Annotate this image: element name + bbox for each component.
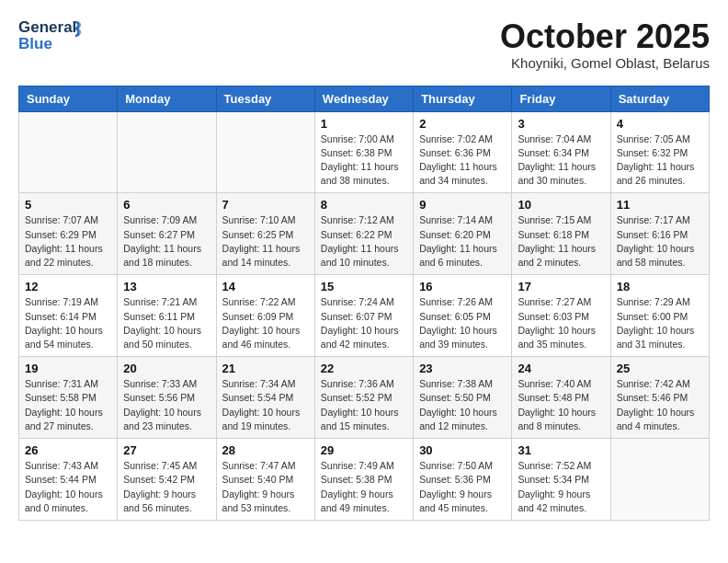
day-info: Sunrise: 7:52 AM Sunset: 5:34 PM Dayligh… [518,459,604,515]
day-number: 25 [617,362,703,375]
calendar-cell [216,111,314,193]
day-info: Sunrise: 7:31 AM Sunset: 5:58 PM Dayligh… [25,377,111,433]
day-info: Sunrise: 7:00 AM Sunset: 6:38 PM Dayligh… [321,132,407,189]
calendar-cell [610,439,709,521]
day-number: 24 [518,362,604,375]
day-info: Sunrise: 7:15 AM Sunset: 6:18 PM Dayligh… [518,213,604,270]
calendar-cell: 16Sunrise: 7:26 AM Sunset: 6:05 PM Dayli… [414,275,512,357]
calendar-cell: 4Sunrise: 7:05 AM Sunset: 6:32 PM Daylig… [610,111,709,193]
calendar-cell: 6Sunrise: 7:09 AM Sunset: 6:27 PM Daylig… [118,193,216,275]
title-block: October 2025 Khoyniki, Gomel Oblast, Bel… [500,18,710,71]
day-info: Sunrise: 7:33 AM Sunset: 5:56 PM Dayligh… [123,377,210,433]
calendar-cell: 21Sunrise: 7:34 AM Sunset: 5:54 PM Dayli… [216,357,314,439]
calendar-cell: 17Sunrise: 7:27 AM Sunset: 6:03 PM Dayli… [512,275,610,357]
weekday-header-sunday: Sunday [19,86,118,111]
day-info: Sunrise: 7:26 AM Sunset: 6:05 PM Dayligh… [419,295,506,351]
calendar-cell: 2Sunrise: 7:02 AM Sunset: 6:36 PM Daylig… [414,111,512,193]
day-info: Sunrise: 7:05 AM Sunset: 6:32 PM Dayligh… [617,132,703,189]
day-number: 9 [419,198,506,212]
day-info: Sunrise: 7:36 AM Sunset: 5:52 PM Dayligh… [321,377,407,433]
weekday-header-saturday: Saturday [610,86,709,111]
day-number: 19 [25,362,111,375]
day-info: Sunrise: 7:12 AM Sunset: 6:22 PM Dayligh… [321,213,407,270]
day-number: 27 [123,443,210,457]
calendar-cell: 22Sunrise: 7:36 AM Sunset: 5:52 PM Dayli… [314,357,413,439]
weekday-header-monday: Monday [118,86,216,111]
day-number: 15 [321,280,407,293]
logo: General Blue [18,18,66,53]
calendar-week-4: 19Sunrise: 7:31 AM Sunset: 5:58 PM Dayli… [19,357,710,439]
calendar-cell: 25Sunrise: 7:42 AM Sunset: 5:46 PM Dayli… [610,357,709,439]
day-number: 29 [321,443,407,457]
calendar-week-1: 1Sunrise: 7:00 AM Sunset: 6:38 PM Daylig… [19,111,710,193]
calendar-cell: 23Sunrise: 7:38 AM Sunset: 5:50 PM Dayli… [414,357,512,439]
calendar-cell: 15Sunrise: 7:24 AM Sunset: 6:07 PM Dayli… [314,275,413,357]
day-info: Sunrise: 7:24 AM Sunset: 6:07 PM Dayligh… [321,295,407,351]
calendar-cell: 19Sunrise: 7:31 AM Sunset: 5:58 PM Dayli… [19,357,118,439]
calendar-cell [118,111,216,193]
day-number: 30 [419,443,506,457]
day-number: 6 [123,198,210,212]
calendar-week-5: 26Sunrise: 7:43 AM Sunset: 5:44 PM Dayli… [19,439,710,521]
day-info: Sunrise: 7:43 AM Sunset: 5:44 PM Dayligh… [25,459,111,515]
calendar-table: SundayMondayTuesdayWednesdayThursdayFrid… [18,86,710,521]
calendar-cell: 18Sunrise: 7:29 AM Sunset: 6:00 PM Dayli… [610,275,709,357]
day-number: 2 [419,117,506,131]
day-info: Sunrise: 7:47 AM Sunset: 5:40 PM Dayligh… [222,459,309,515]
weekday-header-tuesday: Tuesday [216,86,314,111]
calendar-cell: 9Sunrise: 7:14 AM Sunset: 6:20 PM Daylig… [414,193,512,275]
day-info: Sunrise: 7:29 AM Sunset: 6:00 PM Dayligh… [617,295,703,351]
calendar-cell: 11Sunrise: 7:17 AM Sunset: 6:16 PM Dayli… [610,193,709,275]
page-header: General Blue October 2025 Khoyniki, Gome… [18,18,710,71]
calendar-cell: 1Sunrise: 7:00 AM Sunset: 6:38 PM Daylig… [314,111,413,193]
day-number: 13 [123,280,210,293]
day-info: Sunrise: 7:10 AM Sunset: 6:25 PM Dayligh… [222,213,309,270]
day-number: 26 [25,443,111,457]
day-number: 7 [222,198,309,212]
day-number: 23 [419,362,506,375]
month-title: October 2025 [500,18,710,55]
day-info: Sunrise: 7:17 AM Sunset: 6:16 PM Dayligh… [617,213,703,270]
day-number: 10 [518,198,604,212]
day-info: Sunrise: 7:22 AM Sunset: 6:09 PM Dayligh… [222,295,309,351]
day-info: Sunrise: 7:42 AM Sunset: 5:46 PM Dayligh… [617,377,703,433]
day-number: 8 [321,198,407,212]
calendar-cell: 3Sunrise: 7:04 AM Sunset: 6:34 PM Daylig… [512,111,610,193]
day-number: 18 [617,280,703,293]
calendar-cell [19,111,118,193]
day-number: 17 [518,280,604,293]
calendar-cell: 5Sunrise: 7:07 AM Sunset: 6:29 PM Daylig… [19,193,118,275]
day-info: Sunrise: 7:09 AM Sunset: 6:27 PM Dayligh… [123,213,210,270]
day-number: 4 [617,117,703,131]
weekday-header-thursday: Thursday [414,86,512,111]
logo-blue: Blue [18,35,52,53]
logo-icon [66,20,86,40]
day-info: Sunrise: 7:49 AM Sunset: 5:38 PM Dayligh… [321,459,407,515]
day-number: 28 [222,443,309,457]
calendar-cell: 20Sunrise: 7:33 AM Sunset: 5:56 PM Dayli… [118,357,216,439]
calendar-cell: 27Sunrise: 7:45 AM Sunset: 5:42 PM Dayli… [118,439,216,521]
calendar-cell: 8Sunrise: 7:12 AM Sunset: 6:22 PM Daylig… [314,193,413,275]
calendar-week-3: 12Sunrise: 7:19 AM Sunset: 6:14 PM Dayli… [19,275,710,357]
day-info: Sunrise: 7:45 AM Sunset: 5:42 PM Dayligh… [123,459,210,515]
calendar-cell: 13Sunrise: 7:21 AM Sunset: 6:11 PM Dayli… [118,275,216,357]
day-number: 31 [518,443,604,457]
weekday-header-wednesday: Wednesday [314,86,413,111]
calendar-cell: 29Sunrise: 7:49 AM Sunset: 5:38 PM Dayli… [314,439,413,521]
calendar-cell: 30Sunrise: 7:50 AM Sunset: 5:36 PM Dayli… [414,439,512,521]
calendar-cell: 26Sunrise: 7:43 AM Sunset: 5:44 PM Dayli… [19,439,118,521]
weekday-header-row: SundayMondayTuesdayWednesdayThursdayFrid… [19,86,710,111]
calendar-cell: 24Sunrise: 7:40 AM Sunset: 5:48 PM Dayli… [512,357,610,439]
day-number: 16 [419,280,506,293]
calendar-cell: 28Sunrise: 7:47 AM Sunset: 5:40 PM Dayli… [216,439,314,521]
calendar-cell: 7Sunrise: 7:10 AM Sunset: 6:25 PM Daylig… [216,193,314,275]
day-info: Sunrise: 7:14 AM Sunset: 6:20 PM Dayligh… [419,213,506,270]
day-info: Sunrise: 7:21 AM Sunset: 6:11 PM Dayligh… [123,295,210,351]
day-info: Sunrise: 7:34 AM Sunset: 5:54 PM Dayligh… [222,377,309,433]
day-info: Sunrise: 7:19 AM Sunset: 6:14 PM Dayligh… [25,295,111,351]
day-number: 14 [222,280,309,293]
day-number: 5 [25,198,111,212]
day-info: Sunrise: 7:27 AM Sunset: 6:03 PM Dayligh… [518,295,604,351]
day-number: 22 [321,362,407,375]
day-number: 3 [518,117,604,131]
